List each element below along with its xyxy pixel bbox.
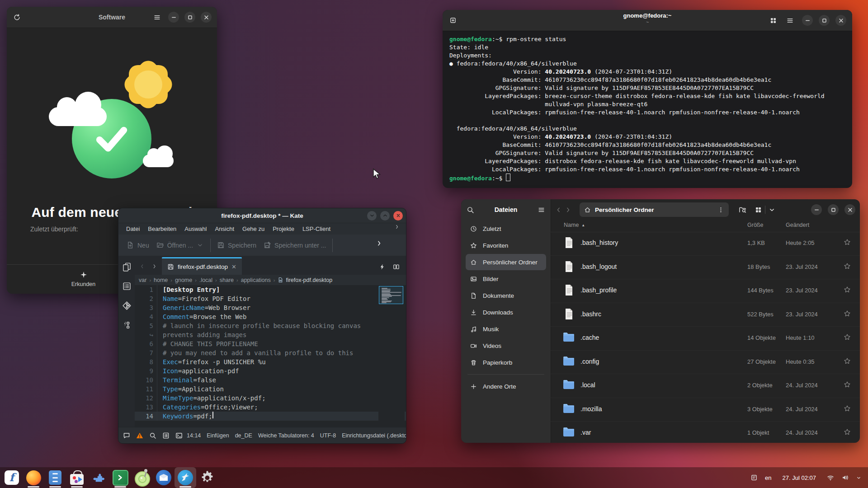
statusbar-cell[interactable]: Weiche Tabulatoren: 4 (258, 432, 314, 439)
toolbar-button-neu[interactable]: Neu (123, 239, 153, 252)
menu-icon[interactable] (538, 206, 545, 214)
diagnostics-warning-icon[interactable] (136, 432, 143, 439)
sidebar-item-papierkorb[interactable]: Papierkorb (466, 354, 546, 371)
git-icon[interactable] (122, 301, 132, 310)
statusbar-cell[interactable]: Einrichtungsdatei (.desktop) (342, 432, 406, 439)
taskbar-app-kate[interactable] (175, 467, 196, 488)
kate-minimap[interactable] (378, 285, 405, 427)
tab-overview-icon[interactable] (769, 17, 777, 24)
taskbar-app-terminal[interactable] (109, 467, 131, 488)
taskbar-app-firefox[interactable] (23, 467, 44, 488)
breadcrumb-segment[interactable]: share (220, 277, 234, 283)
column-header-size[interactable]: Größe (747, 222, 763, 228)
grid-view-icon[interactable] (752, 206, 765, 214)
favorite-star-icon[interactable] (844, 405, 851, 412)
file-row-dot-mozilla[interactable]: .mozilla3 Objekte24. Jul 2024 (551, 398, 860, 422)
tab-firefox-pdf-desktop[interactable]: firefox-pdf.desktop ✕ (162, 257, 242, 275)
notification-indicator-icon[interactable] (750, 474, 758, 481)
sidebar-item-pers-nlicher-ordner[interactable]: Persönlicher Ordner (466, 254, 546, 270)
sidebar-item-dokumente[interactable]: Dokumente (466, 287, 546, 304)
column-header-name[interactable]: Name▲ (564, 222, 585, 228)
favorite-star-icon[interactable] (844, 263, 851, 270)
favorite-star-icon[interactable] (844, 428, 851, 436)
file-row-dot-config[interactable]: .config27 ObjekteHeute 0:35 (551, 351, 860, 375)
maximize-button[interactable] (184, 12, 195, 23)
taskbar-app-files[interactable] (44, 467, 66, 488)
statusbar-cell[interactable]: UTF-8 (320, 432, 336, 439)
close-button[interactable] (201, 12, 212, 23)
taskbar-app-thunderbird[interactable] (153, 467, 175, 488)
menubar-overflow-icon[interactable] (394, 224, 400, 230)
tab-close-icon[interactable]: ✕ (231, 263, 236, 270)
symbols-list-icon[interactable] (122, 282, 132, 291)
toolbar-button-speichern-unter-[interactable]: Speichern unter ... (260, 239, 330, 252)
search-panel-icon[interactable] (149, 432, 156, 439)
nav-erkunden[interactable]: Erkunden (64, 268, 104, 294)
terminal-panel-icon[interactable] (175, 432, 183, 439)
split-view-icon[interactable] (393, 263, 400, 270)
location-breadcrumb[interactable]: Persönlicher Ordner (580, 202, 729, 217)
menu-ansicht[interactable]: Ansicht (211, 224, 238, 234)
minimize-button[interactable] (811, 204, 822, 215)
menu-auswahl[interactable]: Auswahl (180, 224, 211, 234)
documents-panel-icon[interactable] (162, 432, 170, 439)
clock[interactable]: 27. Jul 02:07 (783, 474, 816, 481)
taskbar-app-settings[interactable] (196, 467, 218, 488)
file-row-dot-cache[interactable]: .cache14 ObjekteHeute 1:10 (551, 327, 860, 351)
open-dropdown-icon[interactable] (196, 241, 204, 249)
search-folder-icon[interactable] (739, 206, 746, 214)
maximize-button[interactable] (828, 204, 839, 215)
taskbar-app-software[interactable] (66, 467, 88, 488)
minimize-button[interactable] (168, 12, 179, 23)
forward-icon[interactable] (565, 206, 571, 213)
breadcrumb-segment[interactable]: applications (241, 277, 271, 283)
kate-editor[interactable]: 1[Desktop Entry]2Name=Firefox PDF Editor… (135, 285, 406, 427)
volume-icon[interactable] (841, 474, 849, 481)
breadcrumb-segment[interactable]: gnome (175, 277, 192, 283)
terminal-output[interactable]: gnome@fedora:~$ rpm-ostree statusState: … (449, 35, 849, 186)
minimize-button[interactable] (367, 211, 377, 221)
breadcrumb-segment[interactable]: var (139, 277, 146, 283)
back-icon[interactable] (555, 206, 562, 213)
sidebar-item-bilder[interactable]: Bilder (466, 271, 546, 287)
menu-icon[interactable] (153, 14, 161, 21)
sidebar-item-andere-orte[interactable]: Andere Orte (466, 378, 546, 394)
close-button[interactable] (835, 15, 846, 26)
file-row-dot-bash_history[interactable]: .bash_history1,3 KBHeute 2:05 (551, 232, 860, 256)
menu-lsp-client[interactable]: LSP-Client (298, 224, 335, 234)
statusbar-cell[interactable]: de_DE (235, 432, 252, 439)
menu-icon[interactable] (786, 17, 794, 24)
favorite-star-icon[interactable] (844, 310, 851, 317)
minimize-button[interactable] (802, 15, 813, 26)
statusbar-cell[interactable]: Einfügen (207, 432, 229, 439)
search-icon[interactable] (467, 206, 474, 214)
file-row-dot-bash_logout[interactable]: .bash_logout18 Bytes23. Jul 2024 (551, 256, 860, 280)
menu-gehe-zu[interactable]: Gehe zu (238, 224, 269, 234)
location-menu-icon[interactable] (717, 206, 724, 213)
favorite-star-icon[interactable] (844, 286, 851, 293)
statusbar-cell[interactable]: 14:14 (187, 432, 201, 439)
file-row-dot-bashrc[interactable]: .bashrc522 Bytes23. Jul 2024 (551, 303, 860, 327)
new-tab-button[interactable] (447, 14, 459, 26)
menu-datei[interactable]: Datei (122, 224, 144, 234)
quick-open-icon[interactable] (379, 263, 386, 270)
menu-projekte[interactable]: Projekte (269, 224, 298, 234)
file-row-dot-var[interactable]: .var1 Objekt24. Jul 2024 (551, 422, 860, 443)
favorite-star-icon[interactable] (844, 357, 851, 365)
external-tools-icon[interactable] (122, 320, 132, 330)
column-header-modified[interactable]: Geändert (786, 222, 809, 228)
sidebar-item-zuletzt[interactable]: Zuletzt (466, 221, 546, 237)
file-row-dot-bash_profile[interactable]: .bash_profile144 Bytes23. Jul 2024 (551, 279, 860, 303)
restore-button[interactable] (819, 15, 830, 26)
favorite-star-icon[interactable] (844, 381, 851, 388)
maximize-button[interactable] (380, 211, 390, 221)
breadcrumb-file[interactable]: firefox-pdf.desktop (278, 277, 332, 283)
close-button[interactable] (844, 204, 855, 215)
favorite-star-icon[interactable] (844, 239, 851, 246)
taskbar-app-fedora-menu[interactable]: f (1, 467, 23, 488)
documents-icon[interactable] (122, 262, 132, 272)
favorite-star-icon[interactable] (844, 333, 851, 341)
system-menu-caret-icon[interactable] (856, 475, 862, 481)
tab-scroll-right-icon[interactable] (151, 263, 157, 269)
minimap-viewport[interactable] (379, 286, 403, 304)
